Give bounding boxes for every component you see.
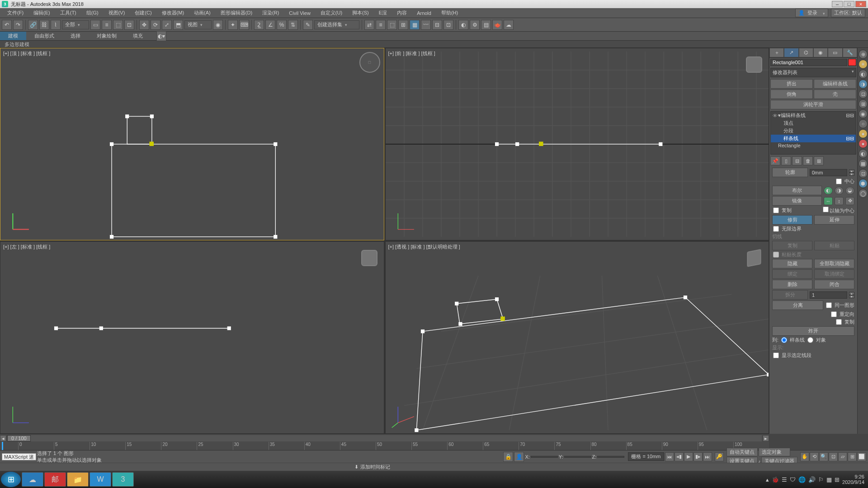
preset-icon-13[interactable]: ⊡ [859,169,868,178]
divide-spindown[interactable]: ▾ [849,295,854,298]
btn-outline[interactable]: 轮廓 [772,168,808,177]
chk-sameshape[interactable] [826,302,832,308]
radio-toobject[interactable] [807,337,813,343]
material-editor-button[interactable]: ◐ [458,20,468,30]
goto-start-button[interactable]: ⏮ [665,452,674,461]
preset-icon-1[interactable]: ⊕ [859,50,868,59]
ribbon-tab-objectpaint[interactable]: 对象绘制 [89,32,125,40]
viewport-top[interactable]: [+] [顶 ] [标准 ] [线框 ] □ [0,48,384,240]
stack-editspline[interactable]: 👁▾ 编辑样条线⊟⊟ [771,112,856,119]
bool-subtract-icon[interactable]: ◑ [835,187,844,195]
chk-showsel[interactable] [773,352,779,358]
chk-mirrorcopy[interactable] [773,207,779,213]
viewcube-left[interactable] [361,250,377,266]
undo-button[interactable]: ↶ [2,20,12,30]
menu-help[interactable]: 帮助(H) [437,9,462,17]
radio-tospline[interactable] [781,337,787,343]
mirror-h-icon[interactable]: ↔ [824,197,833,205]
btn-paste-tangent[interactable]: 粘贴 [814,241,854,250]
layer-button[interactable]: ⬚ [387,20,397,30]
render-button[interactable]: 🫖 [492,20,502,30]
redo-button[interactable]: ↷ [13,20,23,30]
unlink-button[interactable]: ⛓ [39,20,49,30]
ribbon-tab-selection[interactable]: 选择 [62,32,89,40]
nav-zoomall-button[interactable]: ⊡ [829,452,838,461]
snap-percent-button[interactable]: % [277,20,287,30]
tray-icon-6[interactable]: ⚐ [818,476,824,483]
stack-remove-button[interactable]: 🗑 [803,156,813,165]
cmdtab-modify[interactable]: ↗ [784,48,798,57]
render-setup-button[interactable]: ⚙ [470,20,480,30]
viewport-left[interactable]: [+] [左 ] [标准 ] [线框 ] [0,241,384,434]
btn-unhideall[interactable]: 全部取消隐藏 [814,259,854,268]
ribbon-tab-populate[interactable]: 填充 [125,32,151,40]
time-next-button[interactable]: ▸ [763,435,769,441]
align-button[interactable]: ≡ [376,20,386,30]
viewport-top-label[interactable]: [+] [顶 ] [标准 ] [线框 ] [3,50,50,57]
ribbon-tab-modeling[interactable]: 建模 [0,32,26,40]
outline-spinup[interactable]: ▴ [849,169,854,173]
btn-close[interactable]: 闭合 [814,280,854,289]
ref-coord-sys[interactable]: 视图 [184,20,212,29]
preset-icon-7[interactable]: ◉ [859,109,868,118]
select-window-button[interactable]: ⊡ [124,20,134,30]
nav-maxview-button[interactable]: ⬜ [857,452,866,461]
scale-button[interactable]: ⤢ [162,20,172,30]
stack-sub-segment[interactable]: 分段 [771,127,856,135]
play-button[interactable]: ▶ [684,452,693,461]
curve-editor-button[interactable]: 〰 [421,20,431,30]
btn-turbosmooth[interactable]: 涡轮平滑 [770,100,856,109]
tray-icon-2[interactable]: ☰ [782,476,787,483]
menu-civilview[interactable]: Civil View [284,9,315,17]
preset-icon-10[interactable]: ● [859,139,868,148]
render-online-button[interactable]: ☁ [504,20,514,30]
keyboard-shortcut-button[interactable]: ⌨ [239,20,249,30]
selset-combo[interactable]: 选定对象 [759,448,790,456]
menu-customize[interactable]: 自定义(U) [316,9,347,17]
toggle-ribbon-button[interactable]: ▦ [410,20,420,30]
named-selset-combo[interactable]: 创建选择集 [314,20,359,29]
btn-unbind[interactable]: 取消绑定 [814,269,854,279]
preset-icon-3[interactable]: ◐ [859,70,868,79]
chk-reorient[interactable] [831,311,837,317]
menu-tools[interactable]: 工具(T) [56,9,81,17]
nav-zoomext-button[interactable]: ⊞ [848,452,857,461]
btn-copy-tangent[interactable]: 复制 [772,241,812,250]
mirror-v-icon[interactable]: ↕ [835,197,844,205]
time-marker[interactable] [2,442,3,450]
btn-detach[interactable]: 分离 [772,300,823,310]
maximize-button[interactable]: □ [844,1,854,7]
nav-fov-button[interactable]: ▱ [838,452,847,461]
close-button[interactable]: × [855,1,866,7]
chk-infinite[interactable] [773,226,779,232]
tray-icon-8[interactable]: ⊞ [835,476,840,483]
btn-delete[interactable]: 删除 [772,280,812,289]
keymode-button[interactable]: 🔑 [715,452,724,461]
preset-icon-8[interactable]: ○ [859,119,868,128]
outline-spindown[interactable]: ▾ [849,173,854,176]
menu-file[interactable]: 文件(F) [3,9,28,17]
select-manipulate-button[interactable]: ✦ [228,20,238,30]
coord-y-input[interactable] [564,456,591,458]
preset-icon-14[interactable]: ⬢ [859,179,868,188]
autokey-button[interactable]: 自动关键点 [726,448,758,456]
snap2d-button[interactable]: 2̲ [254,20,264,30]
menu-render[interactable]: 渲染(R) [258,9,283,17]
tray-icon-4[interactable]: 🌐 [798,476,806,483]
task-app1[interactable]: ☁ [22,472,43,487]
frame-indicator[interactable]: 0 / 100 [7,435,31,441]
stack-config-button[interactable]: ⊞ [814,156,824,165]
viewport-perspective[interactable]: [+] [透视 ] [标准 ] [默认明暗处理 ] [385,241,769,434]
menu-modifier[interactable]: 修改器(M) [157,9,189,17]
btn-extrude[interactable]: 挤出 [770,79,813,89]
menu-content[interactable]: 内容 [392,9,411,17]
coord-z-input[interactable] [597,456,624,458]
select-button[interactable]: ▭ [90,20,100,30]
placement-button[interactable]: ⬒ [173,20,183,30]
preset-icon-2[interactable]: ☀ [859,60,868,69]
btn-trim[interactable]: 修剪 [772,215,812,225]
use-pivot-button[interactable]: ◉ [213,20,223,30]
tray-icon-1[interactable]: 🐞 [772,476,779,483]
preset-icon-5[interactable]: ⊡ [859,89,868,99]
system-clock[interactable]: 9:26 2020/9/14 [842,474,864,485]
